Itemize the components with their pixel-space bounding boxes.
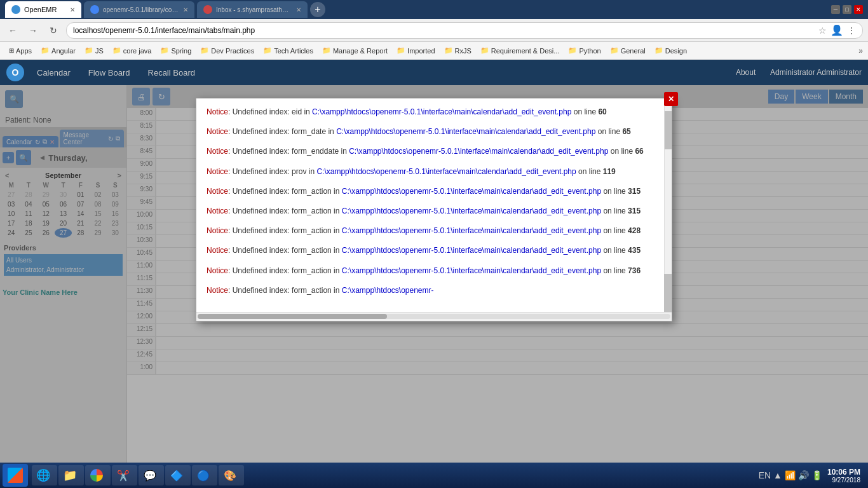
tab-library[interactable]: openemr-5.0.1/library/core/src/... ✕ — [84, 1, 194, 18]
modal-close-button[interactable]: ✕ — [664, 92, 678, 106]
bookmark-techarticles[interactable]: 📁 Tech Articles — [259, 45, 317, 56]
close-button[interactable]: ✕ — [854, 5, 863, 14]
scissors-icon: ✂️ — [117, 469, 130, 482]
address-bar-container: ← → ↻ localhost/openemr-5.0.1/interface/… — [0, 19, 868, 42]
tray-battery-icon[interactable]: 🔋 — [811, 470, 822, 480]
back-button[interactable]: ← — [5, 23, 20, 38]
taskbar-item-chrome[interactable] — [85, 465, 111, 485]
tab-close-openemr[interactable]: ✕ — [70, 6, 75, 13]
tab-openemr[interactable]: OpenEMR ✕ — [5, 1, 81, 18]
address-text: localhost/openemr-5.0.1/interface/main/t… — [73, 26, 255, 35]
bookmark-corejava[interactable]: 📁 core java — [109, 45, 156, 56]
system-tray: EN ▲ 📶 🔊 🔋 10:06 PM 9/27/2018 — [759, 468, 865, 484]
refresh-button[interactable]: ↻ — [46, 23, 61, 38]
bookmark-angular[interactable]: 📁 Angular — [37, 45, 79, 56]
tab-label-library: openemr-5.0.1/library/core/src/... — [103, 6, 179, 13]
taskbar-item-explorer[interactable]: 📁 — [58, 465, 84, 485]
notice-block: Notice: Undefined index: form_action in … — [207, 225, 654, 237]
bookmark-imported[interactable]: 📁 Imported — [393, 45, 438, 56]
nav-calendar[interactable]: Calendar — [29, 64, 78, 81]
windows-icon — [8, 468, 23, 483]
folder-icon-requirement: 📁 — [480, 46, 489, 55]
folder-icon-corejava: 📁 — [112, 46, 121, 55]
tray-time[interactable]: 10:06 PM 9/27/2018 — [827, 468, 860, 484]
modal-overlay: ✕ Notice: Undefined index: eid in C:\xam… — [0, 85, 868, 488]
menu-icon[interactable]: ⋮ — [847, 25, 856, 36]
folder-icon-techarticles: 📁 — [263, 46, 272, 55]
user-label: Administrator Administrator — [770, 68, 862, 77]
profile-icon[interactable]: 👤 — [831, 24, 843, 36]
folder-icon-managereport: 📁 — [322, 46, 331, 55]
bookmark-devpractices[interactable]: 📁 Dev Practices — [196, 45, 258, 56]
tray-up-icon[interactable]: ▲ — [773, 470, 782, 480]
paint-icon: 🎨 — [224, 469, 236, 482]
bookmark-spring[interactable]: 📁 Spring — [156, 45, 195, 56]
nav-recallboard[interactable]: Recall Board — [140, 64, 203, 81]
window-controls: ─ □ ✕ — [831, 5, 863, 14]
app-logo: O — [6, 64, 24, 81]
taskbar-item-scissors[interactable]: ✂️ — [112, 465, 137, 485]
folder-icon-design: 📁 — [654, 46, 663, 55]
folder-icon-python: 📁 — [568, 46, 577, 55]
chat-icon: 💬 — [144, 469, 156, 482]
app-navbar: O Calendar Flow Board Recall Board About… — [0, 60, 868, 85]
bookmark-design[interactable]: 📁 Design — [651, 45, 691, 56]
bookmark-apps[interactable]: ⊞ Apps — [5, 46, 36, 56]
tab-gmail[interactable]: Inbox - s.shyamprasath@gmail.c... ✕ — [197, 1, 308, 18]
hscroll-thumb — [198, 314, 387, 319]
taskbar-item-vs[interactable]: 🔷 — [165, 465, 191, 485]
taskbar-item-paint[interactable]: 🎨 — [219, 465, 244, 485]
hscroll-track — [198, 314, 670, 319]
explorer-icon: 📁 — [64, 469, 76, 482]
address-icons: ☆ 👤 ⋮ — [818, 24, 856, 36]
folder-icon-rxjs: 📁 — [444, 46, 453, 55]
tab-favicon-openemr — [11, 5, 20, 14]
bookmark-rxjs[interactable]: 📁 RxJS — [440, 45, 475, 56]
nav-flowboard[interactable]: Flow Board — [81, 64, 138, 81]
notice-block: Notice: Undefined index: form_action in … — [207, 265, 654, 277]
notice-block: Notice: Undefined index: prov in C:\xamp… — [207, 166, 654, 178]
notice-block: Notice: Undefined index: form_enddate in… — [207, 146, 654, 158]
tab-favicon-gmail — [203, 5, 212, 14]
browser-titlebar: OpenEMR ✕ openemr-5.0.1/library/core/src… — [0, 0, 868, 19]
notice-block: Notice: Undefined index: form_action in … — [207, 186, 654, 198]
modal-hscroll[interactable] — [196, 312, 672, 321]
tab-close-library[interactable]: ✕ — [183, 6, 188, 13]
folder-icon-general: 📁 — [610, 46, 619, 55]
new-tab-button[interactable]: + — [310, 2, 325, 17]
folder-icon-devpractices: 📁 — [200, 46, 209, 55]
modal-body: Notice: Undefined index: eid in C:\xampp… — [196, 98, 672, 312]
error-modal: ✕ Notice: Undefined index: eid in C:\xam… — [196, 98, 672, 322]
taskbar-item-ie[interactable]: 🌐 — [32, 465, 57, 485]
tray-volume-icon[interactable]: 🔊 — [798, 470, 809, 480]
folder-icon-js: 📁 — [85, 46, 93, 55]
tray-clock: 10:06 PM — [827, 468, 860, 477]
about-link[interactable]: About — [736, 68, 756, 77]
app-nav-right: About Administrator Administrator — [736, 68, 862, 77]
bookmarks-more-button[interactable]: » — [858, 46, 863, 55]
maximize-button[interactable]: □ — [843, 5, 851, 14]
taskbar-item-chat[interactable]: 💬 — [139, 465, 164, 485]
bookmarks-bar: ⊞ Apps 📁 Angular 📁 JS 📁 core java 📁 Spri… — [0, 42, 868, 60]
tray-icons: EN ▲ 📶 🔊 🔋 — [759, 470, 822, 480]
address-input[interactable]: localhost/openemr-5.0.1/interface/main/t… — [66, 22, 863, 39]
taskbar: 🌐 📁 ✂️ 💬 🔷 🔵 🎨 EN ▲ 📶 🔊 🔋 — [0, 463, 868, 488]
tab-favicon-library — [90, 5, 99, 14]
vs-icon: 🔷 — [170, 469, 183, 482]
taskbar-item-vscode[interactable]: 🔵 — [192, 465, 217, 485]
star-icon[interactable]: ☆ — [818, 25, 827, 36]
forward-button[interactable]: → — [25, 23, 41, 38]
bookmark-general[interactable]: 📁 General — [606, 45, 649, 56]
tray-network-icon[interactable]: 📶 — [785, 470, 796, 480]
bookmark-managereport[interactable]: 📁 Manage & Report — [318, 45, 391, 56]
tab-close-gmail[interactable]: ✕ — [296, 6, 301, 13]
start-button[interactable] — [3, 464, 28, 487]
bookmark-requirement[interactable]: 📁 Requirement & Desi... — [477, 45, 564, 56]
minimize-button[interactable]: ─ — [831, 5, 840, 14]
main-area: 🔍 Patient: None Calendar ↻ ⧉ ✕ Message C… — [0, 85, 868, 488]
notice-block: Notice: Undefined index: form_action in … — [207, 205, 654, 217]
modal-notices: Notice: Undefined index: eid in C:\xampp… — [196, 98, 664, 312]
bookmark-js[interactable]: 📁 JS — [81, 45, 107, 56]
bookmark-python[interactable]: 📁 Python — [564, 45, 604, 56]
modal-scrollbar[interactable] — [664, 98, 672, 312]
